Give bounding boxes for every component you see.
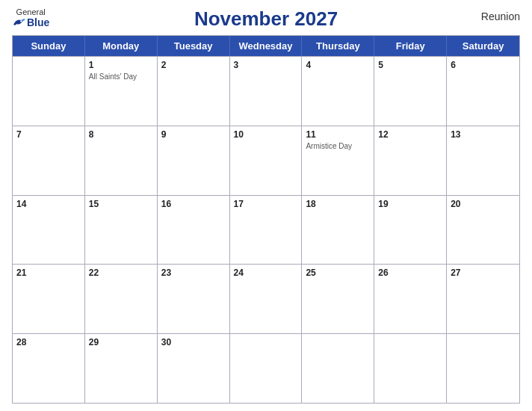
table-row: 16	[158, 196, 230, 265]
header-friday: Friday	[374, 36, 447, 56]
day-number: 27	[451, 267, 516, 279]
day-number: 16	[161, 198, 226, 211]
header-sunday: Sunday	[13, 36, 85, 56]
table-row: 8	[85, 126, 158, 195]
day-number: 5	[378, 59, 442, 72]
table-row: 10	[230, 126, 303, 195]
calendar-body: 1All Saints' Day234567891011Armistice Da…	[13, 56, 519, 403]
table-row: 24	[230, 265, 303, 333]
day-number: 19	[378, 198, 442, 211]
table-row: 6	[447, 57, 519, 126]
table-row: 23	[158, 265, 230, 333]
table-row: 12	[374, 126, 447, 195]
day-number: 2	[161, 59, 226, 72]
header-monday: Monday	[85, 36, 158, 56]
table-row: 28	[13, 334, 85, 403]
day-number: 17	[234, 198, 298, 211]
table-row: 13	[447, 126, 519, 195]
day-number: 1	[89, 59, 153, 72]
day-number: 9	[161, 129, 226, 141]
day-number: 6	[451, 59, 516, 72]
table-row: 9	[158, 126, 230, 195]
table-row: 18	[302, 196, 374, 265]
calendar-title: November 2027	[194, 7, 338, 31]
day-number: 20	[451, 198, 516, 211]
table-row: 15	[85, 196, 158, 265]
day-number: 12	[378, 129, 442, 141]
table-row: 30	[158, 334, 230, 403]
table-row	[13, 57, 85, 126]
header-saturday: Saturday	[447, 36, 519, 56]
day-number: 21	[16, 267, 81, 279]
week-row-2: 7891011Armistice Day1213	[13, 126, 519, 195]
week-row-1: 1All Saints' Day23456	[13, 56, 519, 126]
table-row: 2	[158, 57, 230, 126]
day-number: 26	[378, 267, 442, 279]
table-row: 22	[85, 265, 158, 333]
table-row: 25	[302, 265, 374, 333]
weekday-header-row: Sunday Monday Tuesday Wednesday Thursday…	[13, 36, 519, 56]
table-row: 29	[85, 334, 158, 403]
day-number: 29	[89, 336, 153, 349]
table-row	[447, 334, 519, 403]
week-row-4: 21222324252627	[13, 264, 519, 333]
day-number: 30	[161, 336, 226, 349]
table-row: 17	[230, 196, 303, 265]
logo-bird-icon	[12, 17, 25, 28]
day-number: 10	[234, 129, 298, 141]
week-row-3: 14151617181920	[13, 195, 519, 265]
holiday-label: Armistice Day	[306, 142, 370, 151]
day-number: 22	[89, 267, 153, 279]
header-thursday: Thursday	[302, 36, 374, 56]
table-row: 1All Saints' Day	[85, 57, 158, 126]
table-row: 5	[374, 57, 447, 126]
day-number: 23	[161, 267, 226, 279]
table-row: 7	[13, 126, 85, 195]
logo-general-text: General	[16, 7, 46, 16]
logo-blue-text: Blue	[12, 16, 49, 28]
table-row: 26	[374, 265, 447, 333]
day-number: 13	[451, 129, 516, 141]
table-row: 20	[447, 196, 519, 265]
day-number: 7	[16, 129, 81, 141]
logo: General Blue	[12, 7, 49, 28]
header-tuesday: Tuesday	[158, 36, 230, 56]
day-number: 4	[306, 59, 370, 72]
day-number: 8	[89, 129, 153, 141]
table-row: 11Armistice Day	[302, 126, 374, 195]
day-number: 3	[234, 59, 298, 72]
calendar-page: General Blue November 2027 Reunion Sunda…	[0, 0, 532, 411]
table-row: 27	[447, 265, 519, 333]
holiday-label: All Saints' Day	[89, 72, 153, 81]
day-number: 18	[306, 198, 370, 211]
day-number: 14	[16, 198, 81, 211]
table-row	[230, 334, 303, 403]
table-row	[374, 334, 447, 403]
calendar-grid: Sunday Monday Tuesday Wednesday Thursday…	[12, 35, 520, 404]
day-number: 15	[89, 198, 153, 211]
table-row: 21	[13, 265, 85, 333]
table-row: 14	[13, 196, 85, 265]
table-row	[302, 334, 374, 403]
table-row: 4	[302, 57, 374, 126]
table-row: 19	[374, 196, 447, 265]
day-number: 25	[306, 267, 370, 279]
day-number: 24	[234, 267, 298, 279]
day-number: 11	[306, 129, 370, 141]
week-row-5: 282930	[13, 333, 519, 403]
calendar-header: General Blue November 2027 Reunion	[12, 7, 520, 31]
day-number: 28	[16, 336, 81, 349]
region-label: Reunion	[481, 10, 520, 22]
header-wednesday: Wednesday	[230, 36, 303, 56]
table-row: 3	[230, 57, 303, 126]
